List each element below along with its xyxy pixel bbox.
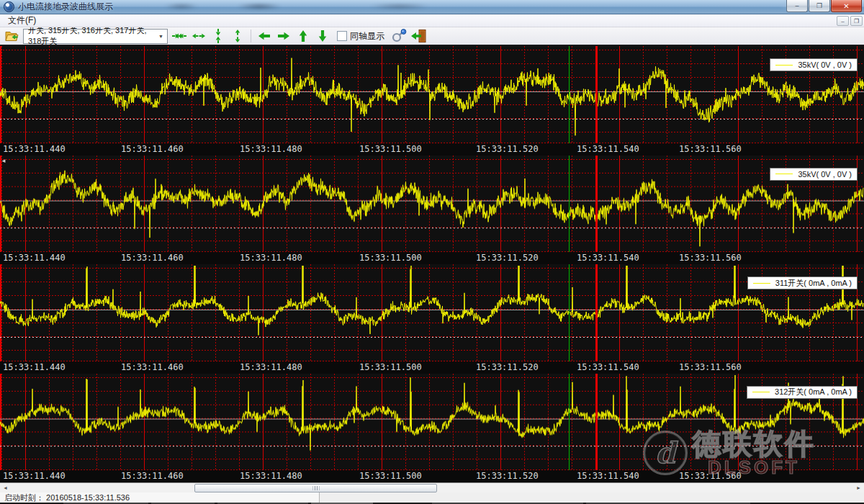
time-tick-label: 15:33:11.500	[359, 253, 422, 263]
time-tick-label: 15:33:11.560	[679, 362, 742, 372]
time-tick-label: 15:33:11.520	[476, 362, 539, 372]
time-tick-label: 15:33:11.440	[3, 362, 66, 372]
coaxial-checkbox[interactable]	[337, 31, 347, 41]
legend-label: 311开关( 0mA , 0mA )	[775, 278, 852, 289]
amp-expand-icon	[233, 28, 243, 44]
close-button[interactable]: ✕	[831, 0, 862, 12]
time-tick-label: 15:33:11.520	[476, 471, 539, 481]
waveform-panel-1: 35kV( 0V , 0V )15:33:11.44015:33:11.4601…	[0, 46, 864, 156]
time-tick-label: 15:33:11.460	[121, 144, 184, 154]
time-expand-button[interactable]	[191, 28, 207, 44]
time-tick-label: 15:33:11.460	[121, 471, 184, 481]
legend-1: 35kV( 0V , 0V )	[770, 58, 858, 71]
scrollbar-thumb[interactable]	[194, 484, 437, 492]
mdi-restore-button[interactable]: ❐	[850, 16, 863, 26]
time-tick-label: 15:33:11.480	[240, 253, 302, 263]
gain-up-button[interactable]	[295, 28, 311, 44]
exit-button[interactable]	[410, 28, 428, 44]
time-tick-label: 15:33:11.440	[3, 144, 66, 154]
time-expand-icon	[191, 31, 207, 41]
start-time-status: 启动时刻： 20160518-15:33:11.536	[0, 492, 320, 503]
toolbar: 开关, 315开关, 316开关, 317开关, 318开关 ▼	[0, 27, 864, 46]
coaxial-label: 同轴显示	[350, 30, 384, 42]
time-tick-label: 15:33:11.560	[679, 253, 742, 263]
time-axis-3: 15:33:11.44015:33:11.46015:33:11.48015:3…	[0, 361, 864, 374]
time-compress-button[interactable]	[171, 28, 187, 44]
time-tick-label: 15:33:11.540	[577, 362, 639, 372]
legend-2: 35kV( 0V , 0V )	[770, 168, 858, 181]
status-bar: 启动时刻： 20160518-15:33:11.536	[0, 492, 864, 503]
legend-label: 35kV( 0V , 0V )	[798, 170, 852, 179]
open-file-icon	[5, 30, 19, 42]
coaxial-display-toggle[interactable]: 同轴显示	[337, 30, 384, 42]
window-title: 小电流接地录波曲线展示	[18, 1, 113, 13]
waveform-canvas-2[interactable]	[0, 156, 864, 253]
amp-compress-icon	[213, 28, 223, 44]
scroll-left-arrow[interactable]: ◄	[0, 483, 11, 492]
gain-down-icon	[318, 29, 328, 43]
menu-bar: 文件(F) – ❐	[0, 14, 864, 27]
legend-label: 35kV( 0V , 0V )	[798, 60, 852, 69]
waveform-panel-3: 311开关( 0mA , 0mA )15:33:11.44015:33:11.4…	[0, 264, 864, 374]
time-tick-label: 15:33:11.540	[577, 471, 639, 481]
waveform-panel-2: ◄35kV( 0V , 0V )15:33:11.44015:33:11.460…	[0, 156, 864, 265]
time-tick-label: 15:33:11.460	[121, 362, 184, 372]
time-tick-label: 15:33:11.500	[359, 144, 422, 154]
amp-expand-button[interactable]	[230, 28, 246, 44]
amp-compress-button[interactable]	[210, 28, 226, 44]
status-bar-filler	[320, 492, 864, 503]
legend-line-sample	[753, 283, 770, 284]
gain-up-icon	[298, 29, 308, 43]
time-tick-label: 15:33:11.440	[3, 471, 66, 481]
plot-area-1: 35kV( 0V , 0V )	[0, 46, 864, 143]
app-icon[interactable]	[4, 1, 14, 12]
toolbar-separator	[251, 30, 251, 42]
panels-container: 35kV( 0V , 0V )15:33:11.44015:33:11.4601…	[0, 46, 864, 482]
zoom-tool-icon	[391, 29, 407, 43]
time-tick-label: 15:33:11.540	[577, 253, 639, 263]
pan-left-icon	[257, 31, 271, 41]
waveform-canvas-1[interactable]	[0, 46, 864, 143]
plot-area-3: 311开关( 0mA , 0mA )	[0, 264, 864, 361]
horizontal-scrollbar[interactable]: ◄ ►	[0, 482, 864, 492]
time-axis-4: 15:33:11.44015:33:11.46015:33:11.48015:3…	[0, 470, 864, 482]
channel-selector[interactable]: 开关, 315开关, 316开关, 317开关, 318开关 ▼	[23, 29, 168, 44]
legend-label: 312开关( 0mA , 0mA )	[775, 387, 852, 397]
time-tick-label: 15:33:11.560	[679, 144, 742, 154]
time-tick-label: 15:33:11.500	[359, 471, 422, 481]
time-tick-label: 15:33:11.480	[240, 471, 302, 481]
zoom-tool-button[interactable]	[391, 28, 407, 44]
waveform-canvas-3[interactable]	[0, 264, 864, 361]
mdi-minimize-button[interactable]: –	[837, 16, 849, 26]
time-tick-label: 15:33:11.520	[476, 253, 539, 263]
gain-down-button[interactable]	[315, 28, 330, 44]
time-tick-label: 15:33:11.520	[476, 144, 539, 154]
title-bar: 小电流接地录波曲线展示 – ❐ ✕	[0, 0, 864, 14]
time-tick-label: 15:33:11.560	[679, 471, 742, 481]
pan-left-button[interactable]	[256, 28, 272, 44]
minimize-button[interactable]: –	[786, 0, 808, 12]
waveform-panel-4: 312开关( 0mA , 0mA )15:33:11.44015:33:11.4…	[0, 374, 864, 483]
plot-area-2: ◄35kV( 0V , 0V )	[0, 156, 864, 253]
time-tick-label: 15:33:11.480	[240, 144, 302, 154]
open-file-button[interactable]	[4, 28, 19, 44]
menu-file[interactable]: 文件(F)	[5, 14, 39, 27]
waveform-canvas-4[interactable]	[0, 374, 864, 471]
time-tick-label: 15:33:11.480	[240, 362, 302, 372]
legend-3: 311开关( 0mA , 0mA )	[747, 276, 858, 289]
channel-selector-value: 开关, 315开关, 316开关, 317开关, 318开关	[28, 25, 157, 47]
legend-line-sample	[752, 392, 770, 392]
time-tick-label: 15:33:11.440	[3, 253, 66, 263]
scroll-right-arrow[interactable]: ►	[853, 483, 864, 492]
pan-right-button[interactable]	[276, 28, 292, 44]
legend-4: 312开关( 0mA , 0mA )	[747, 386, 858, 399]
scrollbar-grip-icon	[312, 486, 319, 490]
restore-button[interactable]: ❐	[809, 0, 830, 12]
pan-right-icon	[276, 31, 291, 41]
pane-marker-icon: ◄	[1, 158, 6, 164]
time-compress-icon	[171, 31, 187, 41]
exit-icon	[410, 29, 428, 43]
time-axis-1: 15:33:11.44015:33:11.46015:33:11.48015:3…	[0, 143, 864, 156]
time-tick-label: 15:33:11.540	[577, 144, 639, 154]
chevron-down-icon: ▼	[157, 34, 165, 39]
